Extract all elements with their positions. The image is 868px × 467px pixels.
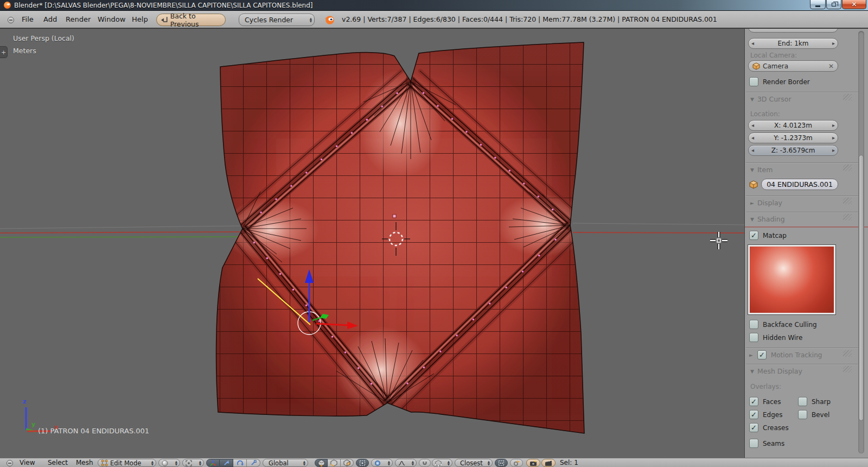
panel-motion-tracking[interactable]: ► ✓ Motion Tracking bbox=[749, 350, 822, 359]
sidebar-scrollbar-thumb[interactable] bbox=[859, 155, 864, 421]
edges-checkbox[interactable]: ✓ bbox=[749, 410, 758, 419]
transform-orientation-select[interactable]: Global ▲▼ bbox=[263, 459, 308, 467]
hidden-wire-row[interactable]: ✓ Hidden Wire bbox=[749, 333, 802, 342]
axis-line-overlay bbox=[745, 226, 868, 228]
axis-x-label: x bbox=[54, 424, 58, 431]
limit-selection-visible-button[interactable] bbox=[356, 459, 369, 467]
menu-select[interactable]: Select bbox=[48, 458, 68, 467]
rotate-manipulator-button[interactable] bbox=[233, 459, 247, 467]
blender-logo-icon bbox=[324, 15, 335, 25]
increment-icon[interactable]: ▸ bbox=[832, 135, 835, 141]
manipulator-toggle-button[interactable] bbox=[206, 459, 220, 467]
overlay-seams-row[interactable]: ✓ Seams bbox=[749, 439, 784, 448]
viewport-3d[interactable]: User Persp (Local) Meters (1) PATRON 04 … bbox=[0, 29, 744, 458]
menu-mesh[interactable]: Mesh bbox=[76, 458, 93, 467]
render-border-row[interactable]: ✓ Render Border bbox=[749, 77, 810, 86]
proportional-edit-select[interactable]: ▲▼ bbox=[371, 459, 393, 467]
overlay-creases-row[interactable]: ✓ Creases bbox=[749, 423, 789, 432]
item-name-field[interactable]: 04 ENDIDURAS.001 bbox=[761, 179, 838, 190]
hidden-wire-checkbox[interactable]: ✓ bbox=[749, 333, 758, 342]
decrement-icon[interactable]: ◂ bbox=[751, 122, 754, 128]
vertex-select-mode-button[interactable] bbox=[315, 459, 328, 467]
restore-button[interactable] bbox=[826, 0, 841, 9]
back-to-previous-button[interactable]: Back to Previous bbox=[156, 14, 226, 26]
overlay-faces-row[interactable]: ✓ Faces bbox=[749, 397, 781, 406]
seams-checkbox[interactable]: ✓ bbox=[749, 439, 758, 448]
edge-select-mode-button[interactable] bbox=[328, 459, 341, 467]
translate-manipulator-button[interactable] bbox=[220, 459, 233, 467]
overlay-sharp-row[interactable]: ✓ Sharp bbox=[798, 397, 831, 406]
panel-item[interactable]: ▼ Item bbox=[750, 166, 773, 174]
collapse-menus-icon[interactable] bbox=[8, 17, 14, 23]
menu-render[interactable]: Render bbox=[66, 11, 91, 28]
cursor-y-field[interactable]: ◂ Y: -1.2373m ▸ bbox=[748, 132, 838, 143]
sharp-checkbox[interactable]: ✓ bbox=[798, 397, 807, 406]
backface-culling-row[interactable]: ✓ Backface Culling bbox=[749, 320, 817, 329]
spinner-icon: ▲▼ bbox=[199, 460, 201, 465]
pivot-point-select[interactable]: ▲▼ bbox=[182, 459, 204, 467]
render-engine-select[interactable]: Cycles Render ▲▼ bbox=[239, 14, 315, 26]
panel-grip[interactable] bbox=[843, 94, 852, 100]
mesh-data-cube-icon bbox=[749, 180, 758, 189]
matcap-preview[interactable] bbox=[748, 244, 836, 315]
render-border-checkbox[interactable]: ✓ bbox=[749, 77, 758, 86]
menu-help[interactable]: Help bbox=[132, 11, 148, 28]
overlay-bevel-row[interactable]: ✓ Bevel bbox=[798, 410, 829, 419]
scale-manipulator-button[interactable] bbox=[247, 459, 260, 467]
face-select-mode-button[interactable] bbox=[341, 459, 354, 467]
matcap-sphere-image bbox=[750, 247, 834, 313]
back-arrow-icon bbox=[160, 16, 168, 23]
sidebar-scrollbar[interactable] bbox=[858, 31, 864, 453]
panel-grip[interactable] bbox=[843, 214, 852, 220]
decrement-icon[interactable]: ◂ bbox=[751, 147, 754, 153]
toolshelf-tab[interactable]: + bbox=[0, 46, 8, 58]
clip-end-field[interactable]: ◂ End: 1km ▸ bbox=[748, 38, 838, 49]
minimize-button[interactable] bbox=[810, 0, 826, 9]
menu-window[interactable]: Window bbox=[98, 11, 125, 28]
panel-3d-cursor[interactable]: ▼ 3D Cursor bbox=[750, 95, 792, 103]
increment-icon[interactable]: ▸ bbox=[832, 40, 835, 46]
panel-grip[interactable] bbox=[843, 366, 852, 373]
menu-view[interactable]: View bbox=[20, 458, 35, 467]
increment-icon[interactable]: ▸ bbox=[832, 122, 835, 128]
snap-target-select[interactable]: Closest ▲▼ bbox=[455, 459, 493, 467]
creases-checkbox[interactable]: ✓ bbox=[749, 423, 758, 432]
decrement-icon[interactable]: ◂ bbox=[751, 40, 754, 46]
backface-culling-checkbox[interactable]: ✓ bbox=[749, 320, 758, 329]
panel-grip[interactable] bbox=[843, 165, 852, 171]
opengl-render-anim-button[interactable] bbox=[541, 459, 556, 467]
snap-element-select[interactable]: ▲▼ bbox=[432, 459, 452, 467]
snap-toggle-button[interactable] bbox=[419, 459, 431, 467]
viewport-shading-select[interactable]: ▲▼ bbox=[158, 459, 180, 467]
snap-peel-button[interactable] bbox=[510, 459, 523, 467]
proportional-edit-icon bbox=[374, 460, 381, 466]
matcap-row[interactable]: ✓ Matcap bbox=[749, 231, 787, 240]
opengl-render-button[interactable] bbox=[526, 459, 540, 467]
cursor-x-field[interactable]: ◂ X: 4.0123m ▸ bbox=[748, 120, 838, 131]
motion-tracking-checkbox[interactable]: ✓ bbox=[757, 350, 767, 359]
increment-icon[interactable]: ▸ bbox=[832, 147, 835, 153]
faces-checkbox[interactable]: ✓ bbox=[749, 397, 758, 406]
panel-shading[interactable]: ▼ Shading bbox=[750, 215, 785, 223]
decrement-icon[interactable]: ◂ bbox=[751, 135, 754, 141]
camera-render-icon bbox=[529, 460, 537, 466]
menu-add[interactable]: Add bbox=[43, 11, 57, 28]
collapse-menus-icon[interactable] bbox=[7, 460, 13, 466]
snap-self-button[interactable] bbox=[495, 459, 508, 467]
mode-select[interactable]: Edit Mode ▲▼ bbox=[98, 459, 156, 467]
bevel-checkbox[interactable]: ✓ bbox=[798, 410, 807, 419]
cursor-z-field[interactable]: ◂ Z: -3.6579cm ▸ bbox=[748, 145, 838, 156]
clip-start-field-partial[interactable] bbox=[748, 29, 838, 33]
falloff-select[interactable]: ▲▼ bbox=[395, 459, 417, 467]
panel-grip[interactable] bbox=[843, 350, 852, 357]
clear-camera-icon[interactable]: ✕ bbox=[828, 62, 834, 70]
edit-mode-icon bbox=[101, 459, 108, 466]
overlay-edges-row[interactable]: ✓ Edges bbox=[749, 410, 782, 419]
panel-grip[interactable] bbox=[843, 198, 852, 204]
close-button[interactable]: ✕ bbox=[842, 0, 866, 9]
panel-mesh-display[interactable]: ▼ Mesh Display bbox=[750, 367, 802, 375]
panel-display[interactable]: ► Display bbox=[750, 199, 782, 207]
matcap-checkbox[interactable]: ✓ bbox=[749, 231, 758, 240]
menu-file[interactable]: File bbox=[22, 11, 34, 28]
camera-field[interactable]: Camera ✕ bbox=[748, 60, 838, 72]
